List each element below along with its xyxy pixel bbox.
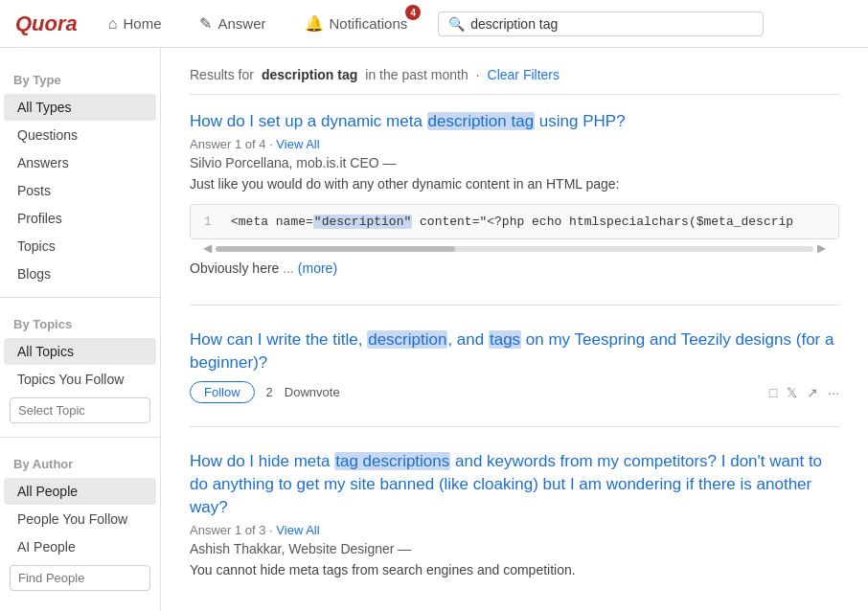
sidebar-item-profiles[interactable]: Profiles — [4, 205, 156, 232]
by-topics-title: By Topics — [0, 307, 160, 337]
share-icon[interactable]: ↗ — [807, 385, 818, 400]
sidebar-item-posts[interactable]: Posts — [4, 177, 156, 204]
sidebar-item-topics[interactable]: Topics — [4, 233, 156, 260]
sidebar-item-all-types[interactable]: All Types — [4, 94, 156, 121]
home-icon: ⌂ — [108, 15, 118, 33]
nav-notifications[interactable]: 🔔 Notifications 4 — [297, 11, 416, 36]
code-block-1: 1 <meta name="description" content="<?ph… — [190, 204, 839, 239]
result-title-3[interactable]: How do I hide meta tag descriptions and … — [190, 450, 839, 518]
search-input[interactable] — [470, 16, 753, 32]
result-meta-1: Answer 1 of 4 · View All — [190, 137, 839, 151]
header: Quora ⌂ Home ✎ Answer 🔔 Notifications 4 … — [0, 0, 868, 48]
social-icons-2: □ 𝕏 ↗ ··· — [769, 385, 839, 400]
nav-answer[interactable]: ✎ Answer — [192, 11, 273, 36]
sidebar-item-topics-you-follow[interactable]: Topics You Follow — [4, 366, 156, 393]
more-icon[interactable]: ··· — [828, 385, 839, 400]
view-all-3[interactable]: View All — [276, 523, 319, 537]
result-description-3: You cannot hide meta tags from search en… — [190, 560, 839, 580]
more-link-1[interactable]: (more) — [298, 260, 337, 276]
highlight-3: tag descriptions — [334, 452, 450, 470]
code-content-1: <meta name="description" content="<?php … — [231, 215, 793, 229]
sidebar-item-answers[interactable]: Answers — [4, 149, 156, 176]
facebook-icon[interactable]: □ — [769, 385, 777, 400]
scroll-left-icon: ◀ — [203, 241, 212, 255]
main-content: Results for description tag in the past … — [161, 48, 868, 611]
sidebar-item-questions[interactable]: Questions — [4, 122, 156, 148]
results-separator: · — [476, 67, 480, 82]
result-card-1: How do I set up a dynamic meta descripti… — [190, 110, 839, 306]
result-author-3: Ashish Thakkar, Website Designer — — [190, 541, 839, 556]
results-query: description tag — [262, 67, 357, 82]
clear-filters-link[interactable]: Clear Filters — [488, 67, 560, 82]
code-line-number: 1 — [204, 215, 219, 229]
by-author-title: By Author — [0, 447, 160, 477]
ellipsis-1: ... — [283, 260, 294, 276]
result-author-1: Silvio Porcellana, mob.is.it CEO — — [190, 155, 839, 170]
sidebar-item-all-people[interactable]: All People — [4, 478, 156, 505]
results-prefix: Results for — [190, 67, 254, 82]
action-bar-2: Follow 2 Downvote □ 𝕏 ↗ ··· — [190, 381, 839, 403]
result-title-1[interactable]: How do I set up a dynamic meta descripti… — [190, 110, 839, 133]
code-scrollbar[interactable] — [216, 246, 813, 252]
result-title-2[interactable]: How can I write the title, description, … — [190, 328, 839, 374]
by-type-title: By Type — [0, 63, 160, 93]
logo[interactable]: Quora — [15, 11, 78, 36]
nav-answer-label: Answer — [217, 15, 265, 32]
nav-home[interactable]: ⌂ Home — [101, 11, 170, 36]
scroll-right-icon: ▶ — [817, 241, 826, 255]
sidebar-item-blogs[interactable]: Blogs — [4, 260, 156, 287]
find-people-input[interactable] — [10, 565, 150, 591]
sidebar-item-all-topics[interactable]: All Topics — [4, 338, 156, 365]
sidebar: By Type All Types Questions Answers Post… — [0, 48, 161, 611]
nav-home-label: Home — [123, 15, 161, 32]
follow-button-2[interactable]: Follow — [190, 381, 255, 403]
result-meta-3: Answer 1 of 3 · View All — [190, 523, 839, 537]
notification-badge: 4 — [405, 5, 421, 20]
content-area: By Type All Types Questions Answers Post… — [0, 48, 868, 611]
select-topic-input[interactable] — [10, 397, 150, 423]
divider-2 — [0, 437, 160, 438]
results-suffix: in the past month — [365, 67, 468, 82]
result-description-1: Just like you would do with any other dy… — [190, 174, 839, 194]
result-card-2: How can I write the title, description, … — [190, 328, 839, 428]
nav-notifications-label: Notifications — [330, 15, 408, 32]
sidebar-item-people-you-follow[interactable]: People You Follow — [4, 506, 156, 532]
highlight-2a: description — [367, 330, 447, 349]
results-header: Results for description tag in the past … — [190, 67, 839, 95]
bell-icon: 🔔 — [305, 14, 324, 33]
sidebar-item-ai-people[interactable]: AI People — [4, 533, 156, 560]
more-text-1: Obviously here ... (more) — [190, 260, 839, 276]
result-card-3: How do I hide meta tag descriptions and … — [190, 450, 839, 611]
downvote-button-2[interactable]: Downvote — [285, 385, 340, 399]
twitter-icon[interactable]: 𝕏 — [787, 385, 797, 400]
highlight-1: description tag — [427, 112, 536, 130]
highlight-3b: tags — [323, 562, 348, 577]
view-all-1[interactable]: View All — [276, 137, 319, 151]
divider-1 — [0, 297, 160, 298]
search-icon: 🔍 — [448, 16, 465, 32]
code-scroll-thumb — [216, 246, 455, 252]
highlight-2b: tags — [489, 330, 521, 349]
follow-count-2: 2 — [266, 385, 273, 399]
edit-icon: ✎ — [199, 14, 212, 33]
search-bar[interactable]: 🔍 — [438, 11, 764, 36]
